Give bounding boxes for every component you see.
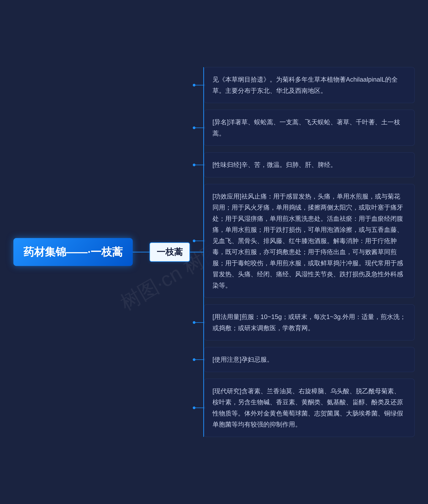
- card-dosage-text: [用法用量]煎服：10~15g；或研末，每次1~3g.外用：适量，煎水洗；或捣敷…: [213, 313, 406, 332]
- main-title-box: 药材集锦——·一枝蒿: [13, 238, 133, 266]
- card-efficacy: [功效应用]祛风止痛：用于感冒发热，头痛，单用水煎服，或与菊花同用；用于风火牙痛…: [204, 184, 415, 298]
- card-research-text: [现代研究]含著素、兰香油莫、右旋樟脑、乌头酸、脱乙酰母菊素、桉叶素，另含生物碱…: [213, 387, 403, 428]
- cards-column: 见《本草纲目拾遗》。为菊科多年生草本植物蓍AchilaalpinalL的全草。主…: [204, 67, 415, 437]
- connectors-area: 一枝蒿 见《本草纲目拾遗》。为菊科多年生草本植物蓍AchilaalpinalL的…: [133, 67, 415, 437]
- h-line-1: [133, 252, 149, 252]
- card-research: [现代研究]含著素、兰香油莫、右旋樟脑、乌头酸、脱乙酰母菊素、桉叶素，另含生物碱…: [204, 379, 415, 437]
- card-origin-text: 见《本草纲目拾遗》。为菊科多年生草本植物蓍AchilaalpinalL的全草。主…: [213, 76, 398, 94]
- card-alias: [异名]洋著草、蜈蚣蒿、一支蒿、飞天蜈蚣、著草、千叶蓍、土一枝蒿。: [204, 110, 415, 146]
- card-caution: [使用注意]孕妇忌服。: [204, 347, 415, 372]
- card-alias-text: [异名]洋著草、蜈蚣蒿、一支蒿、飞天蜈蚣、著草、千叶蓍、土一枝蒿。: [213, 119, 400, 137]
- h-line-2: [190, 252, 203, 252]
- card-origin: 见《本草纲目拾遗》。为菊科多年生草本植物蓍AchilaalpinalL的全草。主…: [204, 67, 415, 103]
- card-nature: [性味归经]辛、苦，微温。归肺、肝、脾经。: [204, 152, 415, 177]
- sub-node-text: 一枝蒿: [157, 247, 183, 257]
- main-title-text: 药材集锦——·一枝蒿: [23, 246, 123, 258]
- bracket-cards-area: 见《本草纲目拾遗》。为菊科多年生草本植物蓍AchilaalpinalL的全草。主…: [203, 67, 415, 437]
- card-dosage: [用法用量]煎服：10~15g；或研末，每次1~3g.外用：适量，煎水洗；或捣敷…: [204, 304, 415, 340]
- main-container: 药材集锦——·一枝蒿 一枝蒿 见《本草纲目拾遗》。为菊科多: [0, 0, 428, 504]
- sub-node-box: 一枝蒿: [149, 242, 190, 262]
- card-caution-text: [使用注意]孕妇忌服。: [213, 356, 273, 363]
- left-block: 药材集锦——·一枝蒿: [13, 238, 133, 266]
- card-efficacy-text: [功效应用]祛风止痛：用于感冒发热，头痛，单用水煎服，或与菊花同用；用于风火牙痛…: [213, 193, 403, 289]
- mind-map-layout: 药材集锦——·一枝蒿 一枝蒿 见《本草纲目拾遗》。为菊科多: [13, 67, 415, 437]
- card-nature-text: [性味归经]辛、苦，微温。归肺、肝、脾经。: [213, 161, 337, 168]
